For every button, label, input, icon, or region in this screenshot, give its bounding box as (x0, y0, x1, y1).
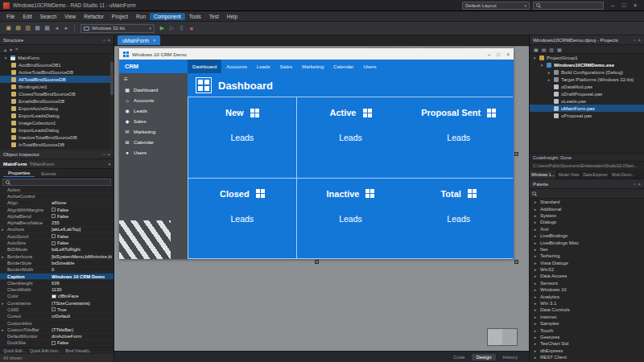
ide-search-input[interactable] (543, 3, 601, 8)
property-value[interactable]: 255 (52, 220, 60, 225)
toolbar-icon[interactable]: ▣ (4, 25, 13, 31)
crm-menu-item[interactable]: ● Users (119, 147, 188, 158)
resize-handle-corner[interactable] (514, 260, 518, 264)
palette-search-box[interactable] (530, 189, 644, 199)
pin-icon[interactable]: ▫ (634, 38, 635, 43)
object-selector-combo[interactable]: MainForm TMainForm ▾ (0, 159, 114, 169)
project-tree-item[interactable]: ▾ Windows10CRMDemo.exe (530, 61, 644, 68)
crm-menu-item[interactable]: ⊞ Calendar (119, 137, 188, 147)
expand-icon[interactable]: ▸ (533, 274, 538, 278)
palette-category[interactable]: ▸ LiveBindings Misc (530, 239, 644, 245)
expand-icon[interactable]: ▸ (533, 281, 538, 286)
menu-item[interactable]: View (60, 13, 80, 20)
toolbar-icon[interactable]: ▷ (167, 25, 176, 31)
toolbar-icon[interactable]: ▤ (14, 25, 23, 31)
dock-tab[interactable]: Model View (557, 171, 582, 179)
crm-nav-tab[interactable]: Leads (252, 60, 275, 73)
expand-icon[interactable]: ▸ (533, 200, 538, 204)
ide-search-box[interactable] (533, 2, 604, 10)
dashboard-tile[interactable]: Closed Leads (188, 178, 296, 259)
close-button[interactable]: × (630, 2, 641, 8)
projects-tool-icon[interactable]: ▤ (542, 47, 547, 52)
property-value[interactable]: False (57, 214, 68, 219)
property-row[interactable]: ▸ Anchors [akLeft,akTop] (0, 227, 114, 233)
expand-icon[interactable]: ▸ (533, 253, 538, 258)
structure-tree-item[interactable]: EmailsBindSourceDB (0, 97, 114, 105)
palette-category[interactable]: ▸ LiveBindings (530, 232, 644, 239)
property-value[interactable]: False (57, 234, 68, 239)
expand-icon[interactable]: ▸ (533, 227, 538, 232)
resize-handle-bottom[interactable] (315, 260, 319, 264)
checkbox-icon[interactable] (52, 214, 56, 218)
dashboard-tile[interactable]: Proposal Sent Leads (404, 97, 513, 178)
dashboard-tile[interactable]: Total Leads (404, 178, 513, 259)
palette-category[interactable]: ▸ Analytics (530, 293, 644, 299)
property-row[interactable]: ▸ CustomTitleBar (TTitleBar) (0, 327, 114, 333)
view-tab[interactable]: History (497, 354, 522, 360)
toolbar-icon[interactable]: ▸ (62, 25, 71, 31)
toolbar-icon[interactable]: ◂ (52, 25, 61, 31)
project-tree-item[interactable]: ▸ Build Configurations (Debug) (530, 68, 644, 76)
property-value[interactable]: [akLeft,akTop] (52, 227, 80, 232)
close-button[interactable]: × (506, 51, 510, 57)
crm-menu-item[interactable]: ✉ Marketing (119, 126, 188, 137)
expand-icon[interactable]: ▸ (547, 70, 551, 75)
property-row[interactable]: ▸ Constraints (TSizeConstraints) (0, 300, 114, 306)
property-value[interactable]: False (57, 208, 68, 212)
structure-tree-item[interactable]: ImageCollection1 (0, 119, 114, 126)
expand-icon[interactable]: ▸ (533, 220, 538, 224)
palette-category[interactable]: ▸ Sensors (530, 280, 644, 286)
scrollbar[interactable] (110, 55, 114, 150)
expand-icon[interactable]: ▸ (533, 315, 538, 319)
dashboard-tile[interactable]: Inactive Leads (296, 178, 405, 259)
pin-icon[interactable]: ▫ (103, 38, 105, 43)
hamburger-icon[interactable]: ≡ (119, 73, 188, 84)
property-row[interactable]: ▸ AutoSize False (0, 240, 114, 246)
expand-icon[interactable]: ▾ (539, 63, 544, 68)
property-row[interactable]: ▸ Cursor crDefault (0, 314, 114, 320)
project-tree-item[interactable]: ▸ Target Platforms (Windows 32-bit) (530, 76, 644, 83)
structure-tree-item[interactable]: ActiveTotalBindSourceDB (0, 68, 114, 76)
checkbox-icon[interactable] (52, 307, 56, 311)
expand-icon[interactable]: ▸ (533, 247, 538, 252)
close-icon[interactable]: × (107, 152, 110, 157)
toolbar-icon[interactable]: ▶ (158, 25, 167, 31)
expand-icon[interactable]: ▸ (533, 267, 538, 272)
property-row[interactable]: ▸ BorderWidth 0 (0, 267, 114, 274)
property-value[interactable]: clBtnFace (58, 294, 79, 298)
target-platform-combo[interactable]: Windows 32-bit ▾ (80, 24, 155, 33)
property-row[interactable]: ▸ ClientWidth 1130 (0, 286, 114, 293)
project-tree-item[interactable]: uDataMod.pas (530, 83, 644, 90)
structure-tree-item[interactable]: ExportAcctsDialog (0, 105, 114, 112)
project-tree-item[interactable]: uProposal.pas (530, 112, 644, 119)
expand-icon[interactable]: ▸ (2, 254, 6, 259)
checkbox-icon[interactable] (52, 241, 56, 245)
close-icon[interactable]: × (638, 38, 641, 43)
crm-nav-tab[interactable]: Calendar (328, 60, 358, 73)
expand-icon[interactable]: ▸ (533, 294, 538, 299)
crm-menu-item[interactable]: ▦ Dashboard (119, 84, 188, 95)
crm-nav-tab[interactable]: Sales (275, 60, 297, 73)
menu-item[interactable]: Search (36, 13, 61, 20)
property-row[interactable]: ▸ AutoScroll False (0, 233, 114, 240)
project-tree-item[interactable]: uMainForm.pas (530, 105, 644, 112)
maximize-button[interactable]: □ (618, 2, 630, 8)
menu-item[interactable]: Edit (19, 13, 35, 20)
structure-tree-item[interactable]: InTotalBindSourceDB (0, 141, 114, 148)
property-value[interactable]: 1130 (52, 287, 61, 292)
expand-icon[interactable]: ▸ (533, 335, 538, 339)
palette-category[interactable]: ▸ Touch (530, 327, 644, 333)
property-row[interactable]: ▸ Ctl3D True (0, 306, 114, 313)
menu-item[interactable]: File (2, 13, 19, 20)
structure-tree-item[interactable]: AccBindSourceDB1 (0, 61, 114, 68)
toolbar-icon[interactable]: ▦ (33, 25, 42, 31)
palette-category[interactable]: ▸ TeeChart Std (530, 340, 644, 347)
menu-item[interactable]: Help (223, 13, 242, 20)
palette-category[interactable]: ▸ Tethering (530, 253, 644, 259)
structure-tree-item[interactable]: AllTotalBindSourceDB (0, 76, 114, 83)
close-icon[interactable]: × (638, 182, 641, 187)
expand-icon[interactable]: ▸ (533, 261, 538, 265)
expand-icon[interactable]: ▸ (533, 207, 538, 212)
toolbar-icon[interactable]: ▯ (177, 25, 186, 31)
quick-action-link[interactable]: Bind Visually... (65, 348, 93, 353)
